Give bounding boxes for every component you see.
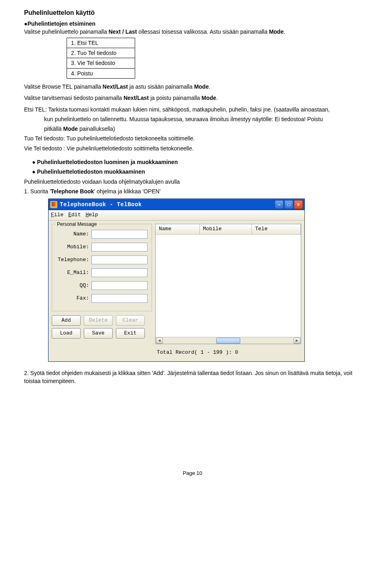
page-heading: Puhelinluettelon käyttö [24, 8, 361, 17]
paragraph-8: 1. Suorita 'Telephone Book' ohjelma ja k… [24, 187, 361, 195]
clear-button[interactable]: Clear [116, 315, 145, 326]
p2-text3: . [209, 83, 210, 90]
label-telephone: Telephone: [56, 256, 91, 264]
qq-input[interactable] [91, 281, 148, 290]
p8-bold: Telephone Book [51, 188, 94, 195]
p3-text3: . [216, 95, 218, 101]
p2-text2: ja astu sisään painamalla [128, 83, 194, 90]
maximize-button[interactable]: □ [284, 200, 293, 209]
intro-bold2: Mode [269, 28, 284, 35]
telbook-window: 📕 TelephoneBook - TelBook – □ × File Edi… [48, 199, 305, 362]
telephone-input[interactable] [91, 255, 148, 264]
fax-input[interactable] [91, 294, 148, 303]
label-fax: Fax: [56, 295, 91, 302]
save-button[interactable]: Save [84, 328, 113, 339]
p3-bold2: Mode [202, 95, 217, 101]
menu-help[interactable]: Help [85, 211, 98, 219]
add-button[interactable]: Add [52, 315, 81, 326]
p2-text: Valitse Browse TEL painamalla [24, 83, 103, 90]
col-name[interactable]: Name [156, 224, 200, 234]
col-tele[interactable]: Tele [252, 224, 301, 234]
p2-bold2: Mode [194, 83, 209, 90]
paragraph-5: Tuo Tel tiedosto: Tuo puhelinluettelotie… [24, 134, 361, 142]
p4l3-text: pitkällä [44, 126, 63, 132]
menu-item: 1. Etsi TEL [67, 38, 135, 48]
exit-button[interactable]: Exit [116, 328, 145, 339]
intro-text3: . [284, 28, 285, 35]
section-search-bullet: ●Puhelintietojen etsiminen [24, 20, 361, 28]
label-email: E_Mail: [56, 269, 91, 277]
paragraph-3: Valitse tarvitsemasi tiedosto painamalla… [24, 94, 361, 102]
titlebar: 📕 TelephoneBook - TelBook – □ × [49, 199, 304, 210]
p4l3-text2: painalluksella) [78, 126, 115, 132]
intro-paragraph: Valitse puhelinluettelo painamalla Next … [24, 28, 361, 36]
label-mobile: Mobile: [56, 243, 91, 251]
paragraph-2: Valitse Browse TEL painamalla Next/Last … [24, 83, 361, 91]
paragraph-4-line3: pitkällä Mode painalluksella) [24, 125, 361, 133]
bullet-create-edit: Puhelinluettelotiedoston luominen ja muo… [32, 158, 361, 166]
close-button[interactable]: × [294, 200, 303, 209]
paragraph-4-line2: kun puhelinluettelo on tallennettu. Muus… [24, 115, 361, 123]
p8-text2: ' ohjelma ja klikkaa 'OPEN' [94, 188, 160, 195]
intro-text2: ollessasi toisessa valikossa. Astu sisää… [137, 28, 269, 35]
window-title: TelephoneBook - TelBook [60, 201, 274, 209]
group-title: Personal Message [55, 221, 98, 228]
scroll-thumb[interactable] [216, 338, 240, 344]
paragraph-4-line1: Etsi TEL: Tarkista tuomasi kontakti muka… [24, 105, 361, 114]
bullet-edit: Puhelinluettelotiedoston muokkaaminen [32, 168, 361, 176]
menu-item: 4. Poistu [67, 68, 135, 78]
horizontal-scrollbar[interactable]: ◄ ► [156, 337, 301, 344]
menu-file[interactable]: File [51, 211, 63, 219]
total-text: Total Record( 1 - 199 ): [157, 349, 235, 355]
p3-text2: ja poistu painamalla [149, 95, 202, 101]
scroll-right-icon[interactable]: ► [294, 338, 300, 344]
total-record-label: Total Record( 1 - 199 ): 0 [155, 344, 301, 358]
email-input[interactable] [91, 268, 148, 277]
menubar: File Edit Help [49, 210, 304, 221]
menu-item: 3. Vie Tel tiedosto [67, 58, 135, 68]
records-table: Name Mobile Tele ◄ ► [155, 224, 301, 344]
scroll-left-icon[interactable]: ◄ [156, 338, 163, 344]
p3-bold1: Next/Last [124, 95, 149, 101]
app-icon: 📕 [50, 201, 57, 208]
menu-edit[interactable]: Edit [68, 211, 81, 219]
personal-message-group: Personal Message Name: Mobile: Telephone… [52, 224, 152, 311]
minimize-button[interactable]: – [275, 200, 284, 209]
delete-button[interactable]: Delete [84, 315, 113, 326]
mobile-input[interactable] [91, 243, 148, 251]
label-name: Name: [56, 231, 91, 238]
menu-item: 2. Tuo Tel tiedosto [67, 48, 135, 58]
p8-text: 1. Suorita ' [24, 188, 51, 195]
load-button[interactable]: Load [52, 328, 81, 339]
table-body [156, 235, 301, 337]
device-menu-table: 1. Etsi TEL 2. Tuo Tel tiedosto 3. Vie T… [67, 38, 135, 79]
name-input[interactable] [91, 230, 148, 239]
p2-bold1: Next/Last [103, 83, 128, 90]
paragraph-9: 2. Syötä tiedot ohjeiden mukaisesti ja k… [24, 369, 361, 385]
intro-bold1: Next / Last [109, 28, 137, 35]
p3-text: Valitse tarvitsemasi tiedosto painamalla [24, 95, 124, 101]
col-mobile[interactable]: Mobile [200, 224, 252, 234]
intro-text: Valitse puhelinluettelo painamalla [24, 28, 109, 35]
paragraph-6: Vie Tel tiedosto : Vie puhelinluetteloti… [24, 144, 361, 152]
p4l3-bold: Mode [63, 126, 78, 132]
page-footer: Page 10 [24, 470, 361, 477]
label-qq: QQ: [56, 282, 91, 290]
total-value: 0 [235, 349, 238, 355]
paragraph-7: Puhelinluettelotiedosto voidaan luoda oh… [24, 178, 361, 186]
